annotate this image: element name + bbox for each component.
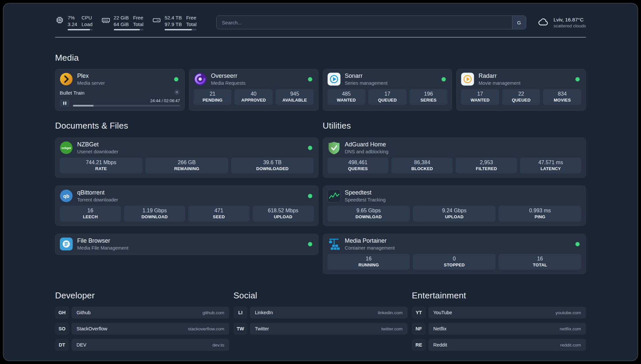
status-dot [308, 242, 312, 246]
developer-column: Developer GH Github github.com SO StackO… [55, 290, 229, 351]
section-title-developer: Developer [55, 290, 229, 301]
stats-row: 17 WANTED 22 QUEUED 834 MOVIES [461, 89, 581, 105]
bookmark-youtube[interactable]: YT YouTube youtube.com [412, 307, 586, 318]
app-subtitle: Container management [345, 245, 395, 251]
stat-filtered: 2,953 FILTERED [456, 158, 517, 173]
search-input[interactable] [216, 15, 526, 29]
bookmark-abbr: DT [55, 339, 69, 351]
adguard-icon [327, 141, 341, 154]
media-grid: Plex Media server Bullet Train [55, 69, 586, 111]
stats-row: 744.21 Mbps RATE 266 GB REMAINING 39.6 T… [60, 158, 314, 173]
disk-total-label: Total [186, 21, 197, 28]
app-subtitle: Media Requests [211, 80, 246, 86]
bookmark-netflix[interactable]: NF Netflix netflix.com [412, 323, 586, 335]
section-title-entertainment: Entertainment [412, 290, 586, 301]
app-name: qBittorrent [77, 189, 118, 197]
bookmark-dev[interactable]: DT DEV dev.to [55, 339, 229, 351]
cpu-icon [55, 15, 64, 26]
section-title-utilities: Utilities [323, 121, 586, 131]
bookmark-abbr: SO [55, 323, 69, 335]
bookmark-reddit[interactable]: RE Reddit reddit.com [412, 339, 586, 351]
gear-icon[interactable] [174, 89, 180, 97]
bookmark-domain: stackoverflow.com [188, 326, 224, 331]
bookmark-github[interactable]: GH Github github.com [55, 307, 229, 318]
stat-wanted: 485 WANTED [327, 89, 366, 105]
cpu-usage: 7% [68, 15, 77, 21]
app-card-speedtest: Speedtest Speedtest Tracking 9.65 Gbps D… [323, 186, 586, 226]
app-link-radarr[interactable]: Radarr Movie management [461, 73, 581, 86]
svg-text:qb: qb [63, 193, 69, 199]
portainer-icon [327, 237, 341, 251]
bookmark-abbr: TW [233, 323, 247, 335]
qbittorrent-icon: qb [60, 189, 73, 202]
speedtest-icon [327, 189, 341, 202]
search-bar: G [216, 15, 526, 29]
cpu-widget: 7% 3.24 CPU Load [55, 15, 93, 30]
app-link-plex[interactable]: Plex Media server [60, 73, 180, 86]
app-link-overseerr[interactable]: Overseerr Media Requests [194, 73, 314, 86]
filebrowser-icon [60, 237, 73, 251]
section-title-media: Media [55, 53, 586, 63]
now-playing-time: 24:44 / 02:06:47 [73, 99, 180, 103]
app-card-filebrowser: File Browser Media File Management [55, 234, 319, 255]
bookmark-domain: netflix.com [560, 326, 581, 331]
app-link-speedtest[interactable]: Speedtest Speedtest Tracking [327, 189, 582, 202]
memory-free-value: 22 GiB [114, 15, 129, 21]
memory-total-label: Total [133, 21, 143, 28]
stat-wanted: 17 WANTED [461, 89, 499, 105]
cpu-labels: CPU Load [81, 15, 92, 27]
app-link-nzbget[interactable]: nzbget NZBGet Usenet downloader [60, 141, 314, 154]
stat-blocked: 86,384 BLOCKED [391, 158, 453, 173]
stat-approved: 40 APPROVED [234, 89, 273, 105]
topbar-divider [55, 37, 586, 38]
cpu-values: 7% 3.24 [68, 15, 77, 27]
app-card-radarr: Radarr Movie management 17 WANTED 22 QUE… [456, 69, 586, 111]
stat-rate: 744.21 Mbps RATE [60, 158, 142, 173]
bookmark-abbr: LI [233, 307, 247, 318]
app-link-adguard[interactable]: AdGuard Home DNS and adblocking [327, 141, 582, 154]
playback-progress[interactable] [73, 105, 180, 106]
disk-free-value: 52.4 TB [165, 15, 182, 21]
weather-condition: scattered clouds [554, 23, 586, 28]
app-link-qbittorrent[interactable]: qb qBittorrent Torrent downloader [60, 189, 314, 202]
bookmark-abbr: NF [412, 323, 426, 335]
pause-button[interactable] [60, 100, 70, 106]
bookmark-twitter[interactable]: TW Twitter twitter.com [233, 323, 408, 335]
stat-movies: 834 MOVIES [543, 89, 581, 105]
section-title-documents: Documents & Files [55, 121, 319, 131]
bookmark-abbr: RE [412, 339, 426, 351]
memory-total-value: 64 GiB [114, 21, 129, 28]
social-column: Social LI LinkedIn linkedin.com TW Twitt… [233, 290, 408, 335]
bookmark-domain: reddit.com [560, 343, 581, 348]
search-provider-button[interactable]: G [512, 16, 526, 29]
cpu-bar [68, 29, 93, 30]
stats-row: 16 RUNNING 0 STOPPED 16 TOTAL [327, 254, 582, 270]
app-link-filebrowser[interactable]: File Browser Media File Management [60, 237, 314, 251]
now-playing: Bullet Train 24:44 / 02:06:47 [60, 89, 180, 106]
app-link-portainer[interactable]: Media Portainer Container management [327, 237, 582, 251]
bookmark-linkedin[interactable]: LI LinkedIn linkedin.com [233, 307, 408, 318]
memory-values: 22 GiB 64 GiB [114, 15, 129, 27]
bookmark-abbr: GH [55, 307, 69, 318]
app-card-sonarr: Sonarr Series management 485 WANTED 17 Q… [323, 69, 452, 111]
stat-seed: 471 SEED [188, 206, 250, 222]
entertainment-column: Entertainment YT YouTube youtube.com NF … [412, 290, 586, 351]
bookmark-stackoverflow[interactable]: SO StackOverflow stackoverflow.com [55, 323, 229, 335]
status-dot [575, 77, 580, 81]
app-name: Radarr [478, 73, 520, 80]
stat-upload: 618.52 Mbps UPLOAD [253, 206, 314, 222]
disk-icon [152, 15, 161, 26]
memory-widget: 22 GiB 64 GiB Free Total [101, 15, 144, 30]
app-name: NZBGet [77, 141, 118, 148]
cpu-load-value: 3.24 [68, 21, 77, 28]
app-card-overseerr: Overseerr Media Requests 21 PENDING 40 A… [189, 69, 319, 111]
app-subtitle: Series management [345, 80, 388, 86]
disk-total-value: 97.9 TB [165, 21, 182, 28]
stat-leech: 16 LEECH [60, 206, 121, 222]
cloud-icon [537, 16, 549, 29]
app-subtitle: Speedtest Tracking [345, 197, 386, 202]
bookmarks: Developer GH Github github.com SO StackO… [55, 290, 586, 351]
status-dot [308, 146, 312, 150]
status-dot [174, 77, 178, 81]
app-link-sonarr[interactable]: Sonarr Series management [327, 73, 448, 86]
